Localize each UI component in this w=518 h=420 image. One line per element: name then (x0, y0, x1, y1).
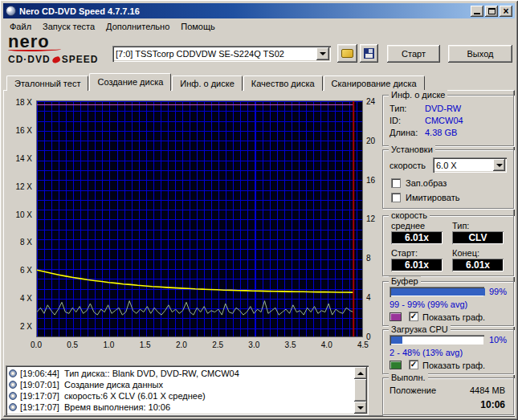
start-speed-value: 6.01x (391, 259, 443, 271)
settings-title: Установки (389, 145, 435, 154)
log-listbox[interactable]: [19:06:44]Тип диска:: Blank DVD, DVD-RW,… (6, 365, 369, 415)
y-axis-right-label-0: 24 (366, 97, 384, 106)
logo-product-left: CD·DVD (8, 54, 51, 65)
y-axis-left-label-0: 18 X (5, 98, 32, 107)
y-axis-left-label-1: 16 X (5, 126, 32, 135)
menu-item-3[interactable]: Помощь (175, 20, 221, 33)
drive-selector-dropdown-arrow[interactable] (316, 47, 329, 60)
start-speed-label: Старт: (391, 248, 418, 258)
title-bar: Nero CD-DVD Speed 4.7.7.16 × (3, 3, 515, 18)
tab-4[interactable]: Сканирование диска (324, 75, 425, 91)
buffer-show-graph-checkbox[interactable]: ✓ (409, 312, 418, 321)
y-axis-left-label-8: 2 X (5, 322, 32, 331)
speed-readout-group: скорость среднее Тип: 6.01x CLV Старт: К… (382, 215, 514, 276)
disc-icon (9, 392, 17, 400)
cpu-color-swatch[interactable] (390, 361, 402, 369)
log-entry-text: Создание диска данных (64, 380, 163, 389)
disc-icon (9, 381, 17, 389)
save-button[interactable] (360, 44, 378, 63)
x-axis-label-5: 2.5 (206, 340, 229, 349)
y-axis-left-label-3: 12 X (5, 182, 32, 191)
cpu-show-graph-label: Показать граф. (422, 361, 485, 370)
scrollbar-thumb[interactable] (354, 379, 367, 402)
elapsed-time-value: 10:06 (480, 399, 505, 410)
drive-selector-combobox[interactable]: [7:0] TSSTcorp CDDVDW SE-S224Q TS02 (112, 46, 331, 62)
cpu-show-graph-checkbox[interactable]: ✓ (409, 360, 418, 369)
x-axis-label-0: 0.0 (25, 340, 47, 349)
y-axis-left-label-5: 8 X (5, 238, 32, 247)
log-entry-text: скорость:6 X CLV (6.01 X среднее) (64, 391, 206, 401)
disc-type-value: DVD-RW (425, 104, 461, 113)
log-entry-time: [19:17:07] (20, 391, 59, 401)
speed-type-label: Тип: (452, 221, 469, 230)
buffer-range-text: 99 - 99% (99% avg) (390, 300, 467, 309)
buffer-color-swatch[interactable] (390, 312, 402, 321)
minimize-button[interactable] (471, 6, 483, 17)
x-axis-label-3: 1.5 (134, 340, 157, 349)
x-axis-label-4: 2.0 (170, 340, 193, 349)
simulate-label: Имитировать (406, 193, 459, 202)
nero-logo: nero CD·DVD SPEED (8, 34, 112, 69)
x-axis-label-6: 3.0 (243, 340, 265, 349)
tab-0[interactable]: Эталонный тест (6, 75, 88, 91)
log-entry-0: [19:06:44]Тип диска:: Blank DVD, DVD-RW,… (8, 368, 353, 379)
y-axis-left-label-2: 14 X (5, 154, 32, 163)
start-button[interactable]: Старт (387, 45, 440, 63)
x-axis-label-7: 3.5 (279, 340, 302, 349)
x-axis-label-2: 1.0 (97, 340, 120, 349)
cpu-range-text: 2 - 48% (13% avg) (390, 348, 463, 357)
speed-select-combobox[interactable]: 6.0 X (433, 157, 507, 173)
disc-id-label: ID: (390, 116, 401, 125)
x-axis-label-8: 4.0 (316, 340, 338, 349)
tab-1[interactable]: Создание диска (89, 73, 171, 91)
tab-2[interactable]: Инф. о диске (172, 75, 242, 91)
y-axis-left-label-6: 6 X (5, 266, 32, 275)
logo-product-right: SPEED (62, 54, 99, 65)
disc-info-group: Инф. о диске Тип: DVD-RW ID: CMCW04 Длин… (382, 95, 514, 146)
log-entry-text: Время выполнения: 10:06 (64, 402, 170, 412)
speed-select-dropdown-arrow[interactable] (493, 159, 505, 171)
y-axis-left-label-4: 10 X (5, 210, 32, 219)
save-floppy-icon (364, 48, 374, 59)
tab-3[interactable]: Качество диска (243, 75, 323, 91)
exit-button[interactable]: Выход (448, 45, 512, 63)
arrow-up-icon (357, 372, 364, 375)
write-image-checkbox[interactable] (391, 178, 401, 188)
exit-button-label: Выход (467, 49, 494, 59)
log-entry-text: Тип диска:: Blank DVD, DVD-RW, CMCW04 (64, 369, 239, 378)
buffer-show-graph-label: Показать граф. (422, 312, 485, 322)
maximize-button[interactable] (485, 6, 498, 17)
chevron-down-icon (496, 164, 503, 167)
cpu-progress-fill (391, 336, 402, 344)
app-window: Nero CD-DVD Speed 4.7.7.16 × ФайлЗапуск … (0, 0, 518, 420)
log-rows: [19:06:44]Тип диска:: Blank DVD, DVD-RW,… (8, 368, 353, 413)
scroll-up-button[interactable] (354, 367, 367, 379)
write-image-label: Зап.образ (406, 178, 447, 188)
progress-title: Выполн. (389, 373, 428, 382)
series-write-speed (37, 270, 353, 292)
buffer-percent: 99% (489, 287, 507, 296)
maximize-icon (488, 8, 496, 14)
speed-select-label: скорость (390, 161, 426, 170)
y-axis-right-label-2: 16 (366, 176, 384, 185)
cpu-progress-bar (390, 335, 484, 345)
log-entry-3: [19:17:07]Время выполнения: 10:06 (8, 402, 353, 413)
cpu-group: Загрузка CPU 10% 2 - 48% (13% avg) ✓ Пок… (382, 329, 514, 374)
end-speed-label: Конец: (452, 248, 479, 258)
buffer-progress-fill (391, 288, 485, 296)
menu-item-2[interactable]: Дополнительно (100, 20, 175, 33)
disc-id-value: CMCW04 (425, 116, 463, 125)
log-scrollbar[interactable] (354, 367, 367, 414)
log-entry-time: [19:07:01] (20, 380, 59, 389)
options-button[interactable] (337, 44, 357, 63)
simulate-checkbox[interactable] (391, 193, 401, 202)
y-axis-right-label-1: 20 (366, 137, 384, 145)
buffer-title: Буфер (389, 276, 421, 286)
app-icon (6, 6, 16, 16)
settings-group: Установки скорость 6.0 X Зап.образ Имити… (382, 149, 514, 209)
average-speed-value: 6.01x (391, 231, 443, 244)
scroll-down-button[interactable] (354, 402, 367, 414)
chart-series-layer (37, 101, 362, 336)
close-button[interactable]: × (500, 6, 512, 17)
disc-info-title: Инф. о диске (389, 90, 447, 100)
